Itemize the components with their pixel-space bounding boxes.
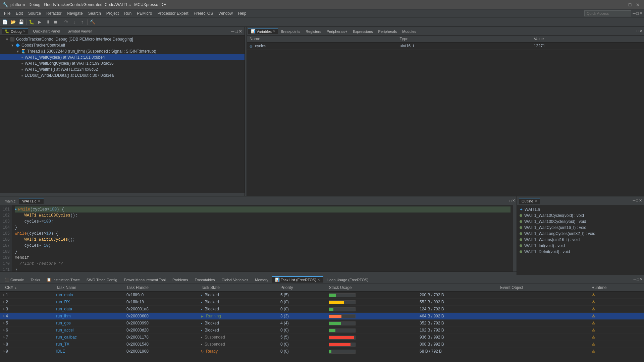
- swo-trace-tab[interactable]: SWO Trace Config: [83, 277, 121, 283]
- task-row-3[interactable]: > 3 run_data 0x200001a8 ▪ Blocked 0 (0) …: [0, 306, 644, 313]
- menu-search[interactable]: Search: [86, 10, 104, 16]
- task-row-8[interactable]: > 8 run_TX 0x20001540 ▪ Suspended 0 (0) …: [0, 341, 644, 348]
- outline-fn-init[interactable]: WAIT1_Init(void) : void: [517, 243, 644, 249]
- task-expand-5[interactable]: >: [3, 321, 5, 325]
- save-button[interactable]: 💾: [17, 18, 25, 26]
- problems-tab[interactable]: Problems: [169, 277, 191, 283]
- col-tcb[interactable]: TCB# ▲: [0, 284, 53, 292]
- code-content[interactable]: ▶ while(cycles > 100) { WAIT1_Wait100Cyc…: [12, 205, 513, 272]
- new-button[interactable]: 📄: [1, 18, 9, 26]
- tree-stack-1[interactable]: ≡ WAIT1_WaitCycles() at WAIT1.c:161 0x8b…: [0, 54, 245, 60]
- task-expand-6[interactable]: >: [3, 328, 5, 332]
- toolbar-minimize-icon[interactable]: ─: [633, 11, 636, 16]
- console-tab[interactable]: ⬛ Console: [1, 276, 27, 283]
- menu-edit[interactable]: Edit: [13, 10, 25, 16]
- tree-expand-elf[interactable]: ▼: [11, 44, 14, 47]
- menu-refactor[interactable]: Refactor: [44, 10, 64, 16]
- col-event-obj[interactable]: Event Object: [497, 284, 574, 292]
- task-name-text-4[interactable]: run_ihm: [56, 314, 70, 318]
- col-priority[interactable]: Priority: [278, 284, 326, 292]
- menu-run[interactable]: Run: [121, 10, 134, 16]
- task-row-6[interactable]: > 6 run_accel 0x20000d20 ▪ Blocked 0 (0)…: [0, 327, 644, 334]
- minimize-button[interactable]: ─: [619, 1, 625, 8]
- tree-stack-2[interactable]: ≡ WAIT1_WaitLongCycles() at WAIT1.c:199 …: [0, 60, 245, 66]
- task-expand-3[interactable]: >: [3, 307, 5, 311]
- tree-expand-thread[interactable]: ▼: [16, 50, 19, 53]
- task-row-9[interactable]: > 9 IDLE 0x20001960 ↻ Ready 0 (0) 68 B /…: [0, 348, 644, 355]
- task-name-text-1[interactable]: run_main: [56, 293, 73, 297]
- menu-navigate[interactable]: Navigate: [64, 10, 85, 16]
- task-row-5[interactable]: > 5 run_gps 0x20000990 ▪ Blocked 4 (4) 3…: [0, 320, 644, 327]
- outline-fn-deinit[interactable]: WAIT1_DeInit(void) : void: [517, 249, 644, 255]
- col-stack-usage[interactable]: Stack Usage: [326, 284, 417, 292]
- tasks-tab[interactable]: Tasks: [27, 277, 43, 283]
- col-runtime[interactable]: Runtime: [589, 284, 644, 292]
- task-expand-2[interactable]: >: [3, 300, 5, 304]
- close-button[interactable]: ✕: [635, 1, 641, 8]
- outline-fn-wait100[interactable]: WAIT1_Wait100Cycles(void) : void: [517, 219, 644, 225]
- symbol-viewer-tab[interactable]: Symbol Viewer: [65, 28, 95, 34]
- task-list-tab[interactable]: 📊 Task List (FreeRTOS) ✕: [272, 276, 323, 283]
- outline-minimize[interactable]: ─: [633, 198, 636, 203]
- tree-thread[interactable]: ▼ 🧵 Thread #1 536872448 (run_ihm) (Suspe…: [0, 48, 245, 54]
- step-return-button[interactable]: ↑: [78, 18, 86, 26]
- code-scrollbar[interactable]: [513, 205, 517, 272]
- task-name-text-6[interactable]: run_accel: [56, 328, 73, 333]
- bottom-close[interactable]: ✕: [640, 277, 643, 282]
- code-editor[interactable]: 161 162 163 164 165 166 167 168 169 170 …: [0, 205, 517, 272]
- bottom-minimize[interactable]: ─: [634, 278, 636, 282]
- task-row-7[interactable]: > 7 run_callbac 0x20001178 ▪ Suspended 5…: [0, 334, 644, 341]
- peripherals-tab[interactable]: Peripherals: [376, 28, 400, 34]
- task-name-text-3[interactable]: run_data: [56, 307, 72, 311]
- bottom-maximize[interactable]: □: [637, 278, 639, 282]
- task-name-text-5[interactable]: run_gps: [56, 321, 70, 325]
- instruction-trace-tab[interactable]: 📋 Instruction Trace: [43, 276, 83, 283]
- task-name-text-2[interactable]: run_RX: [56, 300, 70, 304]
- tree-elf[interactable]: ▼ 🔷 GoodsTrackerControl.elf: [0, 42, 245, 48]
- quickstart-tab[interactable]: Quickstart Panel: [30, 28, 63, 34]
- task-expand-4[interactable]: >: [3, 314, 5, 318]
- left-panel-close[interactable]: ✕: [238, 28, 243, 34]
- menu-pemicro[interactable]: PEMicro: [134, 10, 155, 16]
- menu-project[interactable]: Project: [104, 10, 121, 16]
- tree-stack-3[interactable]: ≡ WAIT1_Waitms() at WAIT1.c:224 0x8c62: [0, 66, 245, 72]
- task-row-4[interactable]: > 4 run_ihm 0x20000600 ▶ Running 3 (3) 4…: [0, 313, 644, 320]
- task-expand-7[interactable]: >: [3, 336, 5, 339]
- open-button[interactable]: 📂: [9, 18, 17, 26]
- code-tab-wait1-close[interactable]: ✕: [38, 199, 40, 203]
- code-hscroll[interactable]: [0, 272, 517, 275]
- outline-maximize[interactable]: □: [636, 198, 638, 203]
- registers-tab[interactable]: Registers: [303, 28, 324, 34]
- tree-stack-4[interactable]: ≡ LCDout_WriteLCDData() at LCDout.c:307 …: [0, 72, 245, 78]
- menu-source[interactable]: Source: [25, 10, 44, 16]
- outline-tab[interactable]: Outline ✕: [519, 198, 540, 204]
- variables-tab[interactable]: 📊 Variables ✕: [248, 28, 278, 34]
- task-row-1[interactable]: > 1 run_main 0x1ffff9c0 ▪ Blocked 5 (5) …: [0, 292, 644, 299]
- step-over-button[interactable]: ↷: [62, 18, 70, 26]
- col-task-name[interactable]: Task Name: [53, 284, 123, 292]
- modules-tab[interactable]: Modules: [399, 28, 419, 34]
- power-measurement-tab[interactable]: Power Measurement Tool: [121, 277, 169, 283]
- task-expand-1[interactable]: >: [3, 293, 5, 297]
- outline-fn-wait10[interactable]: WAIT1_Wait10Cycles(void) : void: [517, 213, 644, 219]
- menu-window[interactable]: Window: [216, 10, 235, 16]
- build-button[interactable]: 🔨: [89, 18, 96, 26]
- menu-freertos[interactable]: FreeRTOS: [191, 10, 216, 16]
- col-task-handle[interactable]: Task Handle: [124, 284, 198, 292]
- memory-tab[interactable]: Memory: [252, 277, 272, 283]
- code-tab-wait1[interactable]: WAIT1.c ✕: [19, 198, 44, 204]
- breakpoints-tab[interactable]: Breakpoints: [278, 28, 303, 34]
- debug-button[interactable]: 🐛: [28, 18, 35, 26]
- code-tab-main[interactable]: main.c: [1, 198, 19, 204]
- task-name-text-8[interactable]: run_TX: [56, 342, 69, 347]
- left-panel-minimize[interactable]: ─: [231, 28, 234, 34]
- outline-fn-waitcycles[interactable]: WAIT1_WaitCycles(uint16_t) : void: [517, 225, 644, 231]
- toolbar-maximize-icon[interactable]: □: [636, 11, 639, 16]
- step-into-button[interactable]: ↓: [70, 18, 78, 26]
- vars-close[interactable]: ✕: [640, 29, 643, 33]
- quick-access-input[interactable]: [584, 10, 631, 16]
- task-name-text-7[interactable]: run_callbac: [56, 335, 76, 340]
- menu-processor-expert[interactable]: Processor Expert: [155, 10, 191, 16]
- task-expand-9[interactable]: >: [3, 350, 5, 353]
- left-panel-maximize[interactable]: □: [235, 28, 238, 34]
